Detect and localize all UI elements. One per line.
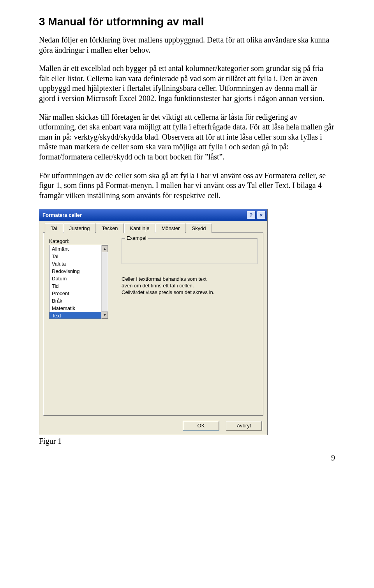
list-item[interactable]: Tal	[49, 253, 101, 260]
tab-monster[interactable]: Mönster	[155, 223, 185, 233]
tab-kantlinje[interactable]: Kantlinje	[124, 223, 155, 233]
list-item-selected[interactable]: Text	[49, 312, 101, 319]
list-item[interactable]: Tid	[49, 282, 101, 290]
paragraph-4: För utformningen av de celler som ska gå…	[39, 171, 335, 201]
paragraph-1: Nedan följer en förklaring över mallens …	[39, 35, 335, 55]
format-cells-dialog: Formatera celler ? × Tal Justering Tecke…	[39, 209, 268, 435]
exempel-label: Exempel	[125, 235, 148, 241]
list-item[interactable]: Bråk	[49, 297, 101, 305]
tab-tecken[interactable]: Tecken	[96, 223, 123, 233]
list-item[interactable]: Matematik	[49, 305, 101, 312]
desc-line: även om det finns ett tal i cellen.	[122, 282, 258, 289]
scroll-down-icon[interactable]: ▼	[102, 312, 108, 319]
list-item[interactable]: Datum	[49, 275, 101, 282]
exempel-fieldset: Exempel	[122, 238, 258, 264]
tab-skydd[interactable]: Skydd	[186, 223, 212, 233]
paragraph-2: Mallen är ett excelblad och bygger på et…	[39, 64, 335, 103]
tab-panel-tal: Kategori: Allmänt Tal Valuta Redovisning…	[43, 233, 263, 416]
paragraph-3: När mallen skickas till företagen är det…	[39, 112, 335, 162]
ok-button[interactable]: OK	[183, 421, 219, 430]
dialog-title: Formatera celler	[42, 212, 82, 218]
kategori-label: Kategori:	[49, 238, 115, 244]
desc-line: Cellvärdet visas precis som det skrevs i…	[122, 289, 258, 296]
help-icon[interactable]: ?	[247, 211, 256, 219]
list-item[interactable]: Valuta	[49, 260, 101, 267]
list-item[interactable]: Procent	[49, 290, 101, 297]
scroll-up-icon[interactable]: ▲	[102, 245, 108, 252]
tab-tal[interactable]: Tal	[45, 223, 63, 233]
dialog-titlebar[interactable]: Formatera celler ? ×	[39, 209, 267, 221]
list-item[interactable]: Allmänt	[49, 245, 101, 253]
desc-line: Celler i textformat behandlas som text	[122, 276, 258, 282]
scrollbar[interactable]: ▲ ▼	[101, 245, 108, 319]
close-icon[interactable]: ×	[257, 211, 266, 219]
section-heading: 3 Manual för utformning av mall	[39, 16, 335, 28]
kategori-listbox[interactable]: Allmänt Tal Valuta Redovisning Datum Tid…	[49, 245, 108, 319]
tabstrip: Tal Justering Tecken Kantlinje Mönster S…	[43, 223, 263, 233]
cancel-button[interactable]: Avbryt	[226, 421, 262, 430]
list-item[interactable]: Redovisning	[49, 267, 101, 275]
figure-caption: Figur 1	[39, 437, 335, 446]
page-number: 9	[0, 453, 374, 470]
format-description: Celler i textformat behandlas som text ä…	[122, 276, 258, 296]
tab-justering[interactable]: Justering	[64, 223, 96, 233]
